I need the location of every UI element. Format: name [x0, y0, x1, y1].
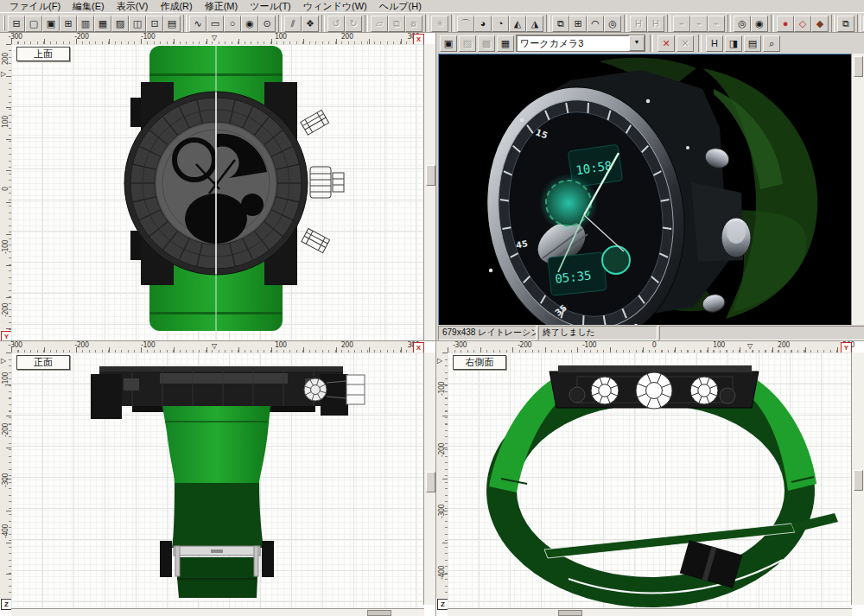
scrollbar-thumb[interactable]	[367, 610, 391, 616]
viewport-label[interactable]: 上面	[16, 47, 70, 61]
cascade-window-icon[interactable]: ⧉	[837, 16, 854, 32]
shade-preview-icon[interactable]: ◕	[474, 16, 492, 32]
render-canvas[interactable]: 451535 10:58 05:35	[438, 54, 852, 327]
align-tool-icon[interactable]: ▱	[371, 16, 388, 32]
menu-item-4[interactable]: 修正(M)	[199, 0, 245, 12]
ruler-horizontal[interactable]: -300-200-1000100200300▽	[448, 341, 841, 353]
wireframe-cube-icon[interactable]: ◇	[794, 16, 811, 32]
mirror-v-icon[interactable]: H	[647, 16, 664, 32]
stop-render-icon[interactable]: ✕	[677, 35, 694, 52]
rotate-left-icon[interactable]: ↺	[327, 16, 345, 32]
scrollbar-thumb[interactable]	[854, 470, 863, 491]
ring-tool-icon[interactable]: ◎	[604, 16, 621, 32]
canvas-front-view[interactable]: 正面	[11, 352, 424, 609]
curve-tool-icon[interactable]: ∿	[189, 16, 206, 32]
snap-tool-icon[interactable]: ✳	[431, 16, 448, 32]
canvas-side-view[interactable]: 右側面	[448, 352, 852, 609]
horizontal-scrollbar[interactable]	[11, 608, 424, 616]
duplicate-window-icon[interactable]: ⧉	[552, 16, 569, 32]
menu-item-2[interactable]: 表示(V)	[111, 0, 155, 12]
vertical-scrollbar[interactable]	[851, 352, 864, 605]
grid-toggle-icon[interactable]: ▦	[94, 16, 111, 32]
image-window-icon[interactable]: ▨	[111, 16, 129, 32]
prism-tool-icon[interactable]: ◭	[509, 16, 526, 32]
ruler-origin-marker[interactable]: ▽	[747, 342, 753, 350]
mirror-h-icon[interactable]: H	[630, 16, 647, 32]
menu-item-1[interactable]: 編集(E)	[67, 0, 111, 12]
solid-cube-icon[interactable]: ◆	[811, 16, 829, 32]
cone-tool-icon[interactable]: ◮	[526, 16, 543, 32]
render-wire-icon[interactable]: ▨	[459, 35, 476, 52]
twist-tool-icon[interactable]: ⌁	[690, 16, 708, 32]
ruler-toggle-icon[interactable]: ▥	[77, 16, 94, 32]
menu-item-7[interactable]: ヘルプ(H)	[373, 0, 428, 12]
viewport-label[interactable]: 右側面	[453, 355, 506, 370]
ruler-origin-marker[interactable]: ▷	[1, 70, 6, 78]
rotate-right-icon[interactable]: ↻	[345, 16, 362, 32]
target-tool-icon[interactable]: ◉	[751, 16, 768, 32]
canvas-top-view[interactable]: 上面	[11, 44, 424, 341]
menu-item-5[interactable]: ツール(T)	[244, 0, 297, 12]
pause-render-icon[interactable]: H	[706, 35, 723, 52]
toolbar-handle[interactable]	[3, 16, 5, 31]
arc-tool-icon[interactable]: ⌒	[457, 16, 474, 32]
camera-select[interactable]: ワークカメラ3▼	[516, 35, 645, 52]
vertical-scrollbar[interactable]	[423, 352, 436, 605]
window-layout-icon[interactable]: ⊟	[8, 16, 25, 32]
save-image-icon[interactable]: ◨	[725, 35, 742, 52]
menu-item-6[interactable]: ウィンドウ(W)	[297, 0, 373, 12]
ungroup-tool-icon[interactable]: ⧇	[405, 16, 422, 32]
sphere-tool-icon[interactable]: ◉	[241, 16, 258, 32]
tile-window-icon[interactable]: ⊞	[569, 16, 587, 32]
menu-item-3[interactable]: 作成(R)	[154, 0, 198, 12]
viewport-label[interactable]: 正面	[16, 355, 70, 370]
circle-tool-icon[interactable]: ○	[224, 16, 241, 32]
preview-icon[interactable]: ⌕	[763, 35, 780, 52]
ruler-origin-marker[interactable]: ▷	[437, 357, 442, 365]
ruler-origin-marker[interactable]: ▽	[212, 342, 217, 350]
clear-render-icon[interactable]: ✕	[658, 35, 675, 52]
numeric-panel-icon[interactable]: ⊡	[146, 16, 163, 32]
camera-tool-icon[interactable]: ◎	[734, 16, 751, 32]
ruler-horizontal[interactable]: -300-200-100100200300▽	[11, 33, 413, 45]
toolbar-separator	[365, 15, 368, 32]
info-panel-icon[interactable]: ▤	[163, 16, 181, 32]
ruler-tick-label: -200	[2, 422, 10, 436]
ruler-horizontal[interactable]: -300-200-100100200300▽	[11, 341, 413, 353]
quad-view-icon[interactable]: ⊞	[60, 16, 77, 32]
arch-tool-icon[interactable]: ◠	[587, 16, 604, 32]
group-tool-icon[interactable]: ⧉	[388, 16, 405, 32]
bend-tool-icon[interactable]: ⌁	[673, 16, 690, 32]
render-texture-icon[interactable]: ▩	[478, 35, 495, 52]
ruler-vertical[interactable]: -100-200-300-400▷	[0, 352, 12, 598]
ruler-vertical[interactable]: 2001000-100-200▷	[0, 44, 12, 330]
render-area-icon[interactable]: ▦	[497, 35, 514, 52]
ruler-tick-label: 200	[778, 341, 790, 349]
scrollbar-thumb[interactable]	[426, 472, 435, 492]
scrollbar-thumb[interactable]	[426, 165, 435, 186]
chevron-down-icon[interactable]: ▼	[629, 35, 645, 51]
render-settings-icon[interactable]: ▣	[440, 35, 457, 52]
ruler-origin-marker[interactable]: ▽	[212, 34, 217, 41]
viewport-3d-render: ▣▨▩▦ワークカメラ3▼✕✕H◨▤⌕	[436, 33, 864, 341]
texture-tool-icon[interactable]: ❖	[302, 16, 319, 32]
hatch-tool-icon[interactable]: ⫽	[284, 16, 302, 32]
ruler-origin-marker[interactable]: ▷	[1, 357, 6, 365]
print-icon[interactable]: ▤	[744, 35, 761, 52]
scrollbar-thumb[interactable]	[558, 610, 582, 616]
ruler-vertical[interactable]: -100-200-300-400▷	[436, 352, 448, 598]
edit-window-icon[interactable]: ▢	[25, 16, 42, 32]
scrollbar-thumb[interactable]	[854, 56, 863, 77]
disc-tool-icon[interactable]: ⊙	[258, 16, 276, 32]
render-size-status: 679x438 レイトレーシング	[438, 326, 537, 340]
horizontal-scrollbar[interactable]	[448, 608, 852, 616]
rect-tool-icon[interactable]: ▭	[206, 16, 224, 32]
hemisphere-tool-icon[interactable]: ◔	[492, 16, 509, 32]
render-sphere-icon[interactable]: ●	[777, 16, 794, 32]
panel-toggle-icon[interactable]: ◫	[129, 16, 146, 32]
render-vertical-scrollbar[interactable]	[851, 54, 864, 327]
vertical-scrollbar[interactable]	[423, 44, 436, 341]
view-window-icon[interactable]: ▣	[42, 16, 60, 32]
taper-tool-icon[interactable]: ⌁	[708, 16, 725, 32]
menu-item-0[interactable]: ファイル(F)	[3, 0, 67, 12]
